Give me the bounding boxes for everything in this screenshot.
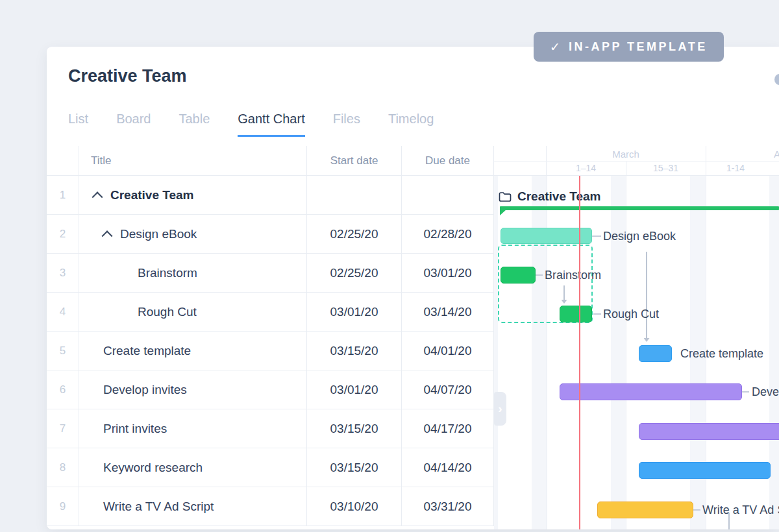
gantt-bar-brainstorm[interactable] — [501, 267, 536, 284]
task-title: Create template — [103, 344, 191, 358]
page-title: Creative Team — [68, 66, 187, 86]
table-row-5[interactable]: 5 Create template 03/15/20 04/01/20 — [47, 332, 494, 370]
tab-table[interactable]: Table — [179, 112, 210, 137]
task-title-cell[interactable]: Brainstorm — [79, 254, 307, 292]
due-date-cell[interactable]: 04/01/20 — [402, 332, 494, 370]
due-date-cell[interactable]: 03/14/20 — [402, 293, 494, 331]
table-row-3[interactable]: 3 Brainstorm 02/25/20 03/01/20 — [47, 254, 494, 293]
tab-board[interactable]: Board — [116, 112, 151, 137]
panel-expand-handle[interactable]: › — [494, 392, 506, 426]
collapse-caret-icon[interactable] — [92, 191, 103, 202]
gantt-timeline-header: March April 1–14 15–31 1-14 — [494, 146, 779, 176]
header-start-date: Start date — [307, 146, 402, 175]
tab-gantt-chart[interactable]: Gantt Chart — [238, 112, 304, 137]
task-title: Keyword research — [103, 461, 203, 475]
summary-label: Creative Team — [499, 189, 601, 204]
due-date-cell[interactable]: 03/31/20 — [402, 487, 494, 526]
start-date-cell[interactable]: 03/01/20 — [307, 370, 402, 409]
table-row-7[interactable]: 7 Print invites 03/15/20 04/17/20 — [47, 409, 494, 448]
task-title-cell[interactable]: Keyword research — [79, 448, 307, 487]
start-date-cell[interactable]: 03/01/20 — [307, 293, 402, 331]
task-title-cell[interactable]: Write a TV Ad Script — [79, 487, 307, 526]
tab-list[interactable]: List — [68, 112, 88, 137]
task-table: Title Start date Due date 1 Creative Tea… — [47, 146, 494, 526]
due-date-cell[interactable]: 04/14/20 — [402, 448, 494, 487]
badge-label: IN-APP TEMPLATE — [569, 40, 708, 54]
table-row-2[interactable]: 2 Design eBook 02/25/20 02/28/20 — [47, 215, 494, 254]
today-line — [579, 176, 580, 529]
in-app-template-badge: ✓ IN-APP TEMPLATE — [534, 32, 724, 62]
bar-label: Rough Cut — [603, 308, 659, 321]
task-title-cell[interactable]: Create template — [79, 332, 307, 370]
range-label: 15–31 — [626, 161, 706, 176]
bar-label-tick — [593, 313, 601, 315]
row-number: 5 — [47, 332, 79, 370]
gantt-bar-rough-cut[interactable] — [560, 306, 592, 322]
header-number-column — [47, 146, 79, 175]
table-row-8[interactable]: 8 Keyword research 03/15/20 04/14/20 — [47, 448, 494, 487]
row-number: 8 — [47, 448, 79, 487]
dependency-arrowhead-icon — [644, 338, 650, 342]
gantt-bar-print-invites[interactable] — [639, 423, 779, 440]
bar-label: Create template — [680, 347, 763, 361]
task-title: Brainstorm — [138, 266, 197, 280]
task-title: Write a TV Ad Script — [103, 500, 214, 514]
summary-label-text: Creative Team — [517, 189, 601, 204]
collapse-caret-icon[interactable] — [102, 230, 113, 241]
bar-label-tick — [592, 236, 601, 237]
bar-label-tick — [693, 509, 700, 511]
table-row-6[interactable]: 6 Develop invites 03/01/20 04/07/20 — [47, 370, 494, 409]
bar-label-tick — [742, 391, 749, 393]
row-number: 1 — [47, 176, 79, 214]
dependency-line — [646, 252, 647, 339]
task-title: Design eBook — [120, 227, 197, 241]
task-title-cell[interactable]: Design eBook — [79, 215, 307, 253]
tab-timelog[interactable]: Timelog — [388, 112, 434, 137]
table-row-1[interactable]: 1 Creative Team — [47, 176, 494, 215]
row-number: 9 — [47, 487, 79, 526]
task-title: Rough Cut — [138, 305, 197, 319]
start-date-cell[interactable]: 03/15/20 — [307, 409, 402, 448]
gantt-bar-write-a-tv-ad-script[interactable] — [597, 502, 693, 518]
table-row-9[interactable]: 9 Write a TV Ad Script 03/10/20 03/31/20 — [47, 487, 494, 526]
start-date-cell[interactable]: 03/15/20 — [307, 448, 402, 487]
row-number: 4 — [47, 293, 79, 331]
due-date-cell[interactable] — [402, 176, 494, 214]
gantt-bar-design-ebook[interactable] — [501, 228, 592, 244]
summary-bar-end — [500, 210, 506, 215]
start-date-cell[interactable]: 03/10/20 — [307, 487, 402, 526]
task-title-cell[interactable]: Creative Team — [79, 176, 307, 214]
due-date-cell[interactable]: 03/01/20 — [402, 254, 494, 292]
due-date-cell[interactable]: 02/28/20 — [402, 215, 494, 253]
header-title: Title — [79, 146, 307, 175]
task-title-cell[interactable]: Rough Cut — [79, 293, 307, 331]
task-title: Develop invites — [103, 383, 187, 397]
range-label: 1-14 — [706, 161, 765, 176]
weekend-stripe — [769, 176, 779, 529]
task-title-cell[interactable]: Print invites — [79, 409, 307, 448]
tab-files[interactable]: Files — [333, 112, 360, 137]
gantt-chart-area: Creative Team Design eBookBrainstormRoug… — [494, 176, 779, 529]
start-date-cell[interactable]: 02/25/20 — [307, 254, 402, 292]
table-row-4[interactable]: 4 Rough Cut 03/01/20 03/14/20 — [47, 293, 494, 332]
folder-icon — [499, 191, 512, 202]
app-page: ✓ IN-APP TEMPLATE Creative Team List Boa… — [0, 0, 779, 532]
bar-label: Write a TV Ad Script — [702, 503, 779, 517]
header-due-date: Due date — [402, 146, 494, 175]
task-title: Print invites — [103, 422, 167, 436]
due-date-cell[interactable]: 04/17/20 — [402, 409, 494, 448]
chevron-right-icon: › — [498, 402, 502, 416]
gantt-bar-develop-invites[interactable] — [560, 383, 742, 400]
start-date-cell[interactable] — [307, 176, 402, 214]
due-date-cell[interactable]: 04/07/20 — [402, 370, 494, 409]
start-date-cell[interactable]: 03/15/20 — [307, 332, 402, 370]
gantt-bar-keyword-research[interactable] — [639, 462, 771, 479]
task-title-cell[interactable]: Develop invites — [79, 370, 307, 409]
start-date-cell[interactable]: 02/25/20 — [307, 215, 402, 253]
summary-bar[interactable] — [500, 206, 779, 210]
bar-label: Brainstorm — [545, 269, 601, 282]
table-header-row: Title Start date Due date — [47, 146, 494, 176]
gantt-bar-create-template[interactable] — [639, 345, 672, 362]
month-label-march: March — [546, 146, 706, 161]
bar-label: Develop invites — [752, 385, 779, 399]
